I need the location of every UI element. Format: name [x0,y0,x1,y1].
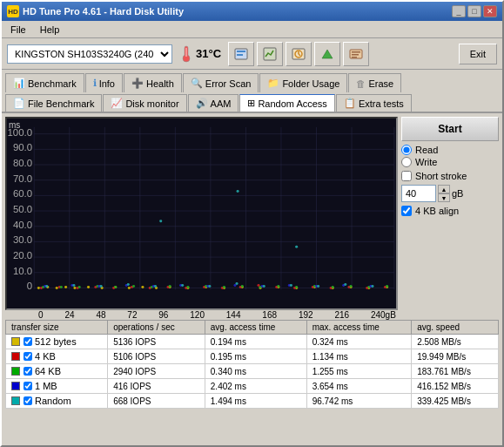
maximize-button[interactable]: □ [467,5,481,17]
svg-point-95 [78,286,81,288]
minimize-button[interactable]: _ [452,5,466,17]
svg-point-97 [114,286,117,288]
svg-point-129 [127,283,130,286]
tab-disk-monitor[interactable]: 📈 Disk monitor [103,94,186,112]
align-checkbox[interactable] [401,206,412,216]
aam-icon: 🔊 [196,98,208,109]
svg-point-103 [223,286,225,288]
tab-extra-tests[interactable]: 📋 Extra tests [336,94,412,112]
short-stroke-row: Short stroke [401,171,499,181]
svg-point-112 [386,285,388,288]
data-table-section: transfer size operations / sec avg. acce… [2,320,502,412]
row-checkbox-1[interactable] [24,352,32,361]
tab-folder-usage[interactable]: 📁 Folder Usage [259,73,347,92]
x-axis-labels: 0 24 48 72 96 120 144 168 192 216 240gB [35,310,400,320]
row-checkbox-2[interactable] [24,367,32,376]
folder-icon: 📁 [267,78,279,89]
svg-point-135 [290,284,292,287]
svg-text:50.0: 50.0 [13,204,32,214]
random-access-icon: ⊞ [247,98,255,109]
align-checkbox-row: 4 KB align [401,206,499,216]
row-checkbox-3[interactable] [24,382,32,390]
tab-file-benchmark[interactable]: 📄 File Benchmark [5,94,102,112]
short-stroke-checkbox[interactable] [401,171,412,181]
chart-svg: 100.0 90.0 80.0 70.0 60.0 50.0 40.0 30.0… [7,119,396,308]
tabs-row-1: 📊 Benchmark ℹ Info ➕ Health 🔍 Error Scan… [2,70,502,92]
tab-random-access[interactable]: ⊞ Random Access [239,94,334,112]
toolbar-btn-5[interactable] [343,42,369,66]
x-label-240: 240gB [371,310,396,320]
drive-select[interactable]: KINGSTON SH103S3240G (240 GB) [7,44,172,64]
svg-point-53 [73,287,76,289]
read-radio-row: Read [401,145,499,155]
svg-point-128 [100,285,103,288]
exit-button[interactable]: Exit [459,44,497,64]
svg-text:70.0: 70.0 [13,173,32,184]
svg-point-106 [277,285,279,288]
spinbox-down-button[interactable]: ▼ [438,193,450,202]
menu-bar: File Help [2,21,502,38]
svg-point-141 [295,246,298,248]
file-benchmark-icon: 📄 [13,98,25,109]
svg-point-109 [332,286,334,288]
svg-point-54 [87,286,90,288]
svg-text:10.0: 10.0 [13,266,32,276]
svg-rect-14 [352,57,357,58]
svg-point-57 [128,287,131,289]
svg-point-94 [60,286,63,288]
tabs-row-2: 📄 File Benchmark 📈 Disk monitor 🔊 AAM ⊞ … [2,92,502,113]
svg-point-49 [37,287,40,289]
table-row: 64 KB 2940 IOPS 0.340 ms 1.255 ms 183.76… [6,364,499,379]
window-title: HD Tune Pro 4.61 - Hard Disk Utility [23,6,184,17]
svg-point-130 [154,285,157,288]
extra-tests-icon: 📋 [344,98,356,109]
svg-text:0: 0 [27,281,32,292]
x-label-0: 0 [38,310,44,320]
health-icon: ➕ [131,78,144,89]
toolbar-btn-1[interactable] [228,42,254,66]
start-button[interactable]: Start [401,117,499,141]
temperature-value: 31°C [196,47,221,60]
col-avg-speed: avg. speed [412,321,499,335]
tab-info[interactable]: ℹ Info [85,73,123,92]
gb-spinbox[interactable] [401,185,436,202]
close-button[interactable]: ✕ [483,5,497,17]
svg-point-134 [263,285,265,288]
align-label: 4 KB align [415,206,459,216]
svg-point-133 [235,282,238,285]
disk-monitor-icon: 📈 [111,98,123,109]
toolbar-btn-3[interactable] [286,42,312,66]
svg-rect-5 [237,54,243,56]
row-checkbox-4[interactable] [24,396,32,405]
read-radio[interactable] [401,145,412,155]
toolbar-icon-group [228,42,369,66]
info-icon: ℹ [93,78,97,89]
svg-point-107 [295,286,298,288]
svg-rect-15 [7,119,396,308]
col-max-access: max. access time [306,321,412,335]
svg-point-58 [141,286,144,288]
toolbar-btn-4[interactable] [314,42,340,66]
short-stroke-label: Short stroke [415,171,467,181]
spinbox-up-button[interactable]: ▲ [438,185,450,193]
write-radio[interactable] [401,157,412,167]
svg-point-52 [64,286,67,288]
menu-help[interactable]: Help [37,24,64,36]
tab-health[interactable]: ➕ Health [124,73,182,92]
svg-point-127 [72,284,75,287]
x-label-120: 120 [190,310,205,320]
table-row: 1 MB 416 IOPS 2.402 ms 3.654 ms 416.152 … [6,379,499,394]
x-label-96: 96 [158,310,168,320]
gb-label: gB [452,188,463,199]
toolbar-btn-2[interactable] [257,42,283,66]
tab-benchmark[interactable]: 📊 Benchmark [5,73,84,92]
menu-file[interactable]: File [7,24,30,36]
svg-text:90.0: 90.0 [13,143,32,153]
row-checkbox-0[interactable] [24,337,32,346]
x-label-192: 192 [299,310,313,320]
svg-point-139 [237,190,239,193]
tab-aam[interactable]: 🔊 AAM [188,94,239,112]
temperature-display: 31°C [179,45,221,63]
tab-erase[interactable]: 🗑 Erase [348,73,401,92]
tab-error-scan[interactable]: 🔍 Error Scan [183,73,259,92]
